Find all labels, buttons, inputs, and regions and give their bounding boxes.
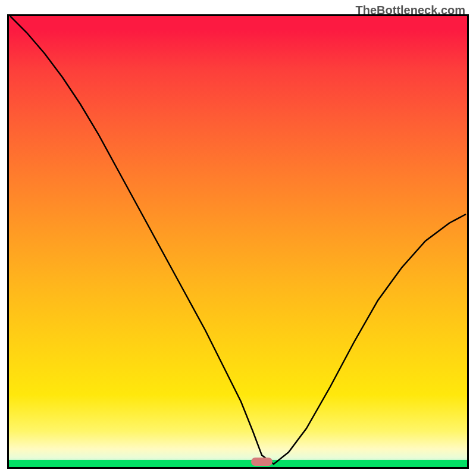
chart-curve-svg (9, 16, 467, 467)
bottleneck-curve-line (10, 16, 466, 464)
optimal-point-marker (251, 458, 273, 466)
chart-plot-area (7, 14, 469, 469)
watermark-text: TheBottleneck.com (356, 4, 465, 17)
